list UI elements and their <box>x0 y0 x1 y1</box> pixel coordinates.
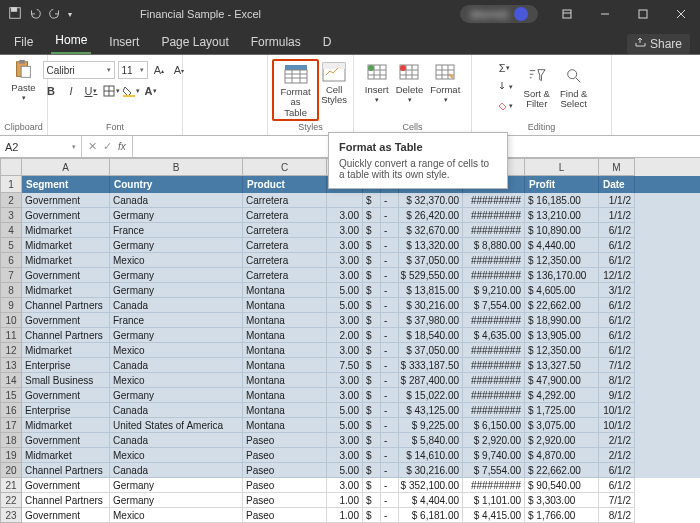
cell[interactable]: $ 12,350.00 <box>525 343 599 358</box>
cell[interactable]: $ 12,350.00 <box>525 253 599 268</box>
tab-data[interactable]: D <box>319 31 336 54</box>
cell[interactable]: $ 4,404.00 <box>399 493 463 508</box>
cell[interactable]: $ 4,292.00 <box>525 388 599 403</box>
row-header[interactable]: 11 <box>0 328 22 343</box>
cell[interactable]: France <box>110 313 243 328</box>
row-header[interactable]: 3 <box>0 208 22 223</box>
cell[interactable]: Montana <box>243 418 327 433</box>
cell[interactable]: - <box>381 343 399 358</box>
row-header[interactable]: 19 <box>0 448 22 463</box>
cell[interactable]: 10/1/2 <box>599 403 635 418</box>
underline-button[interactable]: U▾ <box>83 82 100 99</box>
cell[interactable]: 7/1/2 <box>599 493 635 508</box>
cell[interactable]: $ 32,370.00 <box>399 193 463 208</box>
close-icon[interactable] <box>662 0 700 28</box>
cell[interactable]: Channel Partners <box>22 493 110 508</box>
row-header[interactable]: 18 <box>0 433 22 448</box>
cell[interactable]: ######### <box>463 478 525 493</box>
cell[interactable]: $ 7,554.00 <box>463 298 525 313</box>
cell[interactable]: $ <box>363 418 381 433</box>
cell[interactable]: 6/1/2 <box>599 343 635 358</box>
cell[interactable]: $ <box>363 508 381 523</box>
cell[interactable]: 5.00 <box>327 403 363 418</box>
cell[interactable]: $ <box>363 463 381 478</box>
cell[interactable]: Canada <box>110 298 243 313</box>
cell[interactable]: Midmarket <box>22 223 110 238</box>
enter-icon[interactable]: ✓ <box>103 140 112 153</box>
cell[interactable]: - <box>381 463 399 478</box>
cell[interactable]: $ 136,170.00 <box>525 268 599 283</box>
row-header[interactable]: 12 <box>0 343 22 358</box>
cell[interactable]: $ 15,022.00 <box>399 388 463 403</box>
cell[interactable]: $ 9,740.00 <box>463 448 525 463</box>
cell[interactable]: $ 13,320.00 <box>399 238 463 253</box>
row-header[interactable]: 2 <box>0 193 22 208</box>
cell[interactable]: $ 9,225.00 <box>399 418 463 433</box>
cell[interactable]: 2/1/2 <box>599 448 635 463</box>
cell[interactable]: Mexico <box>110 253 243 268</box>
cell[interactable]: $ <box>363 268 381 283</box>
row-header[interactable]: 20 <box>0 463 22 478</box>
cell[interactable]: Mexico <box>110 373 243 388</box>
cell[interactable]: $ <box>363 478 381 493</box>
cell[interactable]: Mexico <box>110 508 243 523</box>
row-header[interactable]: 22 <box>0 493 22 508</box>
bold-button[interactable]: B <box>43 82 60 99</box>
cell[interactable]: Government <box>22 193 110 208</box>
cell[interactable]: Small Business <box>22 373 110 388</box>
cell[interactable]: $ <box>363 283 381 298</box>
cell[interactable]: Canada <box>110 433 243 448</box>
cell[interactable]: 3.00 <box>327 253 363 268</box>
cell[interactable]: 3.00 <box>327 433 363 448</box>
cell[interactable]: $ 16,185.00 <box>525 193 599 208</box>
cell[interactable] <box>327 193 363 208</box>
cell[interactable]: Germany <box>110 388 243 403</box>
cell[interactable]: 1/1/2 <box>599 208 635 223</box>
cell[interactable]: $ 37,980.00 <box>399 313 463 328</box>
cell[interactable]: $ <box>363 238 381 253</box>
cell[interactable]: $ <box>363 373 381 388</box>
cell-styles-button[interactable]: Cell Styles <box>319 59 349 107</box>
cell[interactable]: $ 1,766.00 <box>525 508 599 523</box>
cell[interactable]: $ <box>363 493 381 508</box>
cell[interactable]: 6/1/2 <box>599 478 635 493</box>
cell[interactable]: Montana <box>243 388 327 403</box>
col-L[interactable]: L <box>525 158 599 176</box>
fill-color-button[interactable]: ▾ <box>123 82 140 99</box>
cell[interactable]: $ 22,662.00 <box>525 463 599 478</box>
cell[interactable]: Midmarket <box>22 238 110 253</box>
cell[interactable]: $ 2,920.00 <box>463 433 525 448</box>
row-header[interactable]: 4 <box>0 223 22 238</box>
row-header[interactable]: 14 <box>0 373 22 388</box>
cell[interactable]: 5.00 <box>327 283 363 298</box>
cell[interactable]: $ 1,725.00 <box>525 403 599 418</box>
cell[interactable]: Carretera <box>243 193 327 208</box>
cell[interactable]: Carretera <box>243 253 327 268</box>
cell[interactable]: $ 287,400.00 <box>399 373 463 388</box>
cell[interactable]: Government <box>22 313 110 328</box>
cell[interactable]: Germany <box>110 238 243 253</box>
select-all[interactable] <box>0 158 22 176</box>
cell[interactable]: 3.00 <box>327 343 363 358</box>
cell[interactable]: Government <box>22 433 110 448</box>
hdr-country[interactable]: Country <box>110 176 243 193</box>
row-header[interactable]: 9 <box>0 298 22 313</box>
cell[interactable]: - <box>381 238 399 253</box>
fx-icon[interactable]: fx <box>118 141 126 152</box>
cell[interactable]: - <box>381 253 399 268</box>
row-header[interactable]: 13 <box>0 358 22 373</box>
cell[interactable]: - <box>381 283 399 298</box>
cell[interactable]: Canada <box>110 358 243 373</box>
hdr-segment[interactable]: Segment <box>22 176 110 193</box>
cell[interactable]: 3.00 <box>327 268 363 283</box>
cell[interactable]: $ 7,554.00 <box>463 463 525 478</box>
cell[interactable]: $ <box>363 403 381 418</box>
cell[interactable]: $ 37,050.00 <box>399 343 463 358</box>
row-header-1[interactable]: 1 <box>0 176 22 193</box>
row-header[interactable]: 15 <box>0 388 22 403</box>
hdr-product[interactable]: Product <box>243 176 327 193</box>
col-M[interactable]: M <box>599 158 635 176</box>
cell[interactable]: Channel Partners <box>22 328 110 343</box>
cell[interactable]: ######### <box>463 208 525 223</box>
cell[interactable]: Montana <box>243 298 327 313</box>
